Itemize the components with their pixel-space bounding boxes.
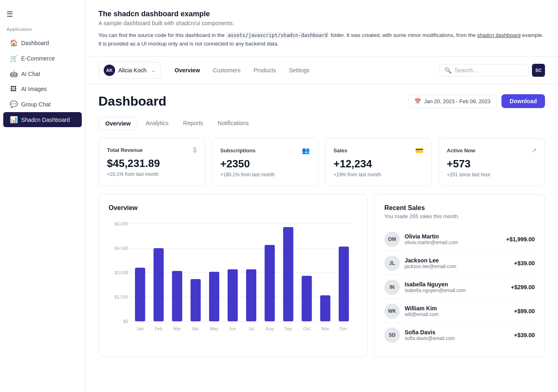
search-input[interactable]	[455, 67, 523, 74]
stat-title: Active Now	[447, 147, 475, 154]
nav-link-overview[interactable]: Overview	[169, 65, 205, 76]
nav-search-area: 🔍 SC	[439, 64, 545, 77]
stat-change: +20.1% from last month	[107, 171, 197, 177]
nav-link-settings[interactable]: Settings	[283, 65, 315, 76]
tab-notifications[interactable]: Notifications	[211, 117, 255, 130]
stat-header: Subscriptions 👥	[220, 147, 310, 154]
sidebar-item-ecommerce[interactable]: 🛒E-Commerce	[3, 51, 82, 66]
sales-name: Sofia Davis	[405, 329, 509, 336]
bar-Apr	[190, 279, 201, 321]
stat-title: Sales	[333, 147, 347, 154]
svg-text:Jul: Jul	[248, 327, 254, 331]
sidebar-item-ai-chat[interactable]: 🤖AI Chat	[3, 66, 82, 81]
sidebar-item-group-chat[interactable]: 💬Group Chat	[3, 97, 82, 112]
bottom-grid: Overview $0$1,500$3,000$4,500$6,000JanFe…	[98, 194, 545, 357]
svg-text:$4,500: $4,500	[115, 246, 129, 251]
sales-email: sofia.davis@email.com	[405, 336, 509, 341]
tab-overview[interactable]: Overview	[98, 117, 137, 130]
sales-amount: +$39.00	[514, 260, 535, 266]
sidebar-item-ai-images[interactable]: 🖼AI Images	[3, 82, 82, 96]
bar-Feb	[153, 248, 163, 321]
svg-text:Sep: Sep	[284, 327, 292, 331]
dashboard-actions: 📅 Jan 20, 2023 - Feb 09, 2023 Download	[408, 94, 545, 108]
stat-card-sales: Sales 💳 +12,234 +19% from last month	[325, 138, 432, 186]
stat-icon: ↗	[531, 147, 536, 154]
sales-name: Olivia Martin	[405, 233, 501, 240]
svg-text:May: May	[210, 327, 218, 331]
sales-avatar: JL	[384, 256, 400, 271]
svg-text:Mar: Mar	[173, 327, 181, 331]
dashboard-title: Dashboard	[98, 94, 166, 109]
sidebar-item-dashboard[interactable]: 🏠Dashboard	[3, 35, 82, 50]
sidebar-item-label: Shadcn Dashboard	[21, 117, 70, 123]
date-range-picker[interactable]: 📅 Jan 20, 2023 - Feb 09, 2023	[408, 95, 497, 108]
sales-amount: +$39.00	[514, 332, 535, 338]
tab-analytics[interactable]: Analytics	[139, 117, 175, 130]
sidebar: ☰ Application 🏠Dashboard🛒E-Commerce🤖AI C…	[0, 0, 85, 392]
stat-title: Subscriptions	[220, 147, 256, 154]
nav-bar: AK Alicia Koch ⌄ OverviewCustomersProduc…	[85, 57, 558, 84]
recent-sales-card: Recent Sales You made 265 sales this mon…	[374, 194, 545, 357]
dashboard-content: Dashboard 📅 Jan 20, 2023 - Feb 09, 2023 …	[85, 84, 558, 367]
sales-item: JL Jackson Lee jackson.lee@email.com +$3…	[384, 251, 535, 275]
download-button[interactable]: Download	[501, 94, 545, 108]
svg-text:Jun: Jun	[229, 327, 236, 331]
ecommerce-icon: 🛒	[10, 54, 17, 62]
search-icon: 🔍	[445, 67, 451, 74]
sales-email: isabella.nguyen@email.com	[405, 288, 506, 293]
svg-text:$1,500: $1,500	[115, 295, 129, 299]
bar-Jul	[246, 269, 256, 321]
chart-area: $0$1,500$3,000$4,500$6,000JanFebMarAprMa…	[109, 220, 357, 334]
sales-item: OM Olivia Martin olivia.martin@email.com…	[384, 227, 535, 251]
sales-name: William Kim	[405, 305, 509, 312]
svg-text:$0: $0	[123, 319, 128, 324]
hamburger-icon[interactable]: ☰	[0, 6, 85, 27]
sc-badge: SC	[532, 64, 545, 77]
sales-subtitle: You made 265 sales this month.	[384, 213, 535, 219]
sales-item: IN Isabella Nguyen isabella.nguyen@email…	[384, 275, 535, 299]
user-name: Alicia Koch	[118, 67, 146, 74]
tab-reports[interactable]: Reports	[177, 117, 209, 130]
svg-text:Oct: Oct	[303, 327, 310, 331]
user-selector[interactable]: AK Alicia Koch ⌄	[98, 62, 161, 79]
shadcn-link[interactable]: shadcn dashboard	[477, 32, 521, 38]
stat-change: +201 since last hour	[447, 172, 537, 178]
bar-Oct	[302, 276, 312, 321]
group-chat-icon: 💬	[10, 100, 17, 108]
sales-name: Jackson Lee	[405, 257, 509, 264]
nav-link-customers[interactable]: Customers	[207, 65, 246, 76]
search-box[interactable]: 🔍	[439, 64, 529, 76]
bar-Aug	[265, 245, 275, 321]
sales-email: will@email.com	[405, 312, 509, 317]
chart-title: Overview	[109, 204, 357, 212]
sales-avatar: IN	[384, 279, 400, 295]
bar-Jun	[228, 269, 238, 321]
sales-list: OM Olivia Martin olivia.martin@email.com…	[384, 227, 535, 347]
bar-Mar	[172, 271, 182, 321]
stat-value: +2350	[220, 158, 310, 170]
stat-icon: $	[193, 147, 197, 154]
chevron-down-icon: ⌄	[151, 67, 155, 73]
nav-link-products[interactable]: Products	[248, 65, 281, 76]
nav-links: OverviewCustomersProductsSettings	[169, 65, 439, 76]
ai-chat-icon: 🤖	[10, 70, 17, 78]
avatar: AK	[104, 65, 115, 76]
svg-text:Nov: Nov	[321, 327, 329, 331]
stat-change: +180.1% from last month	[220, 172, 310, 178]
bar-Dec	[339, 247, 349, 321]
sidebar-item-shadcn-dashboard[interactable]: 📊Shadcn Dashboard	[3, 112, 82, 127]
svg-text:Apr: Apr	[192, 327, 200, 331]
svg-text:Aug: Aug	[266, 327, 274, 331]
sales-title: Recent Sales	[384, 204, 535, 212]
stat-card-total-revenue: Total Revenue $ $45,231.89 +20.1% from l…	[98, 138, 205, 186]
stat-card-subscriptions: Subscriptions 👥 +2350 +180.1% from last …	[212, 138, 319, 186]
stat-change: +19% from last month	[333, 172, 423, 178]
sales-amount: +$299.00	[511, 284, 535, 290]
sales-amount: +$1,999.00	[506, 236, 535, 243]
banner-title: The shadcn dashboard example	[98, 10, 545, 18]
banner-description: You can find the source code for this da…	[98, 31, 545, 48]
stats-grid: Total Revenue $ $45,231.89 +20.1% from l…	[98, 138, 545, 186]
sales-avatar: SD	[384, 327, 400, 343]
date-range-text: Jan 20, 2023 - Feb 09, 2023	[424, 98, 490, 104]
sidebar-item-label: E-Commerce	[21, 55, 54, 62]
